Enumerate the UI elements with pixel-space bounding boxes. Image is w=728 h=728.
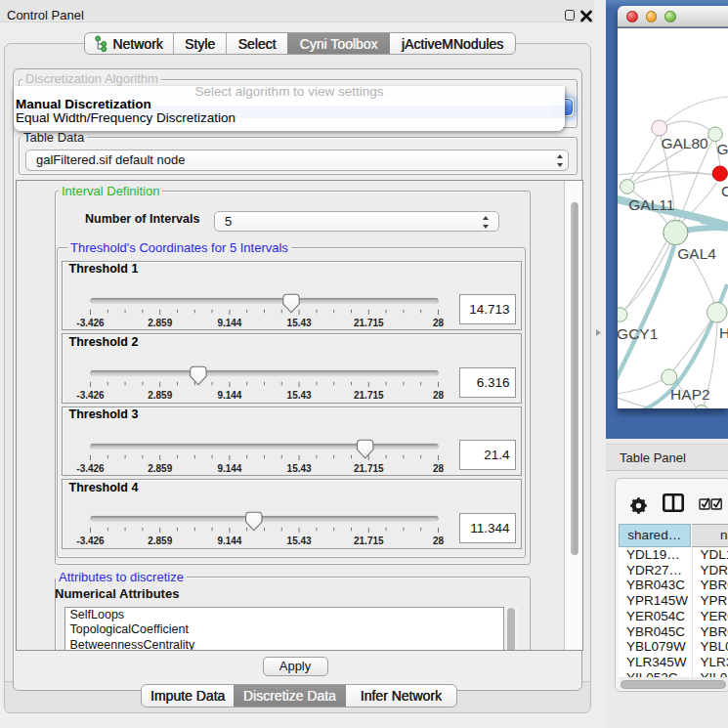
svg-text:2.859: 2.859 [148, 318, 172, 328]
svg-text:-3.426: -3.426 [76, 463, 105, 474]
svg-text:GA: GA [717, 141, 728, 157]
svg-text:28: 28 [432, 535, 444, 546]
svg-text:28: 28 [432, 318, 444, 328]
svg-text:GCY1: GCY1 [618, 325, 658, 342]
svg-text:15.43: 15.43 [286, 318, 311, 328]
svg-text:21.715: 21.715 [354, 390, 384, 401]
svg-text:15.43: 15.43 [286, 390, 311, 401]
svg-text:9.144: 9.144 [217, 318, 241, 328]
svg-text:HAP2: HAP2 [670, 385, 710, 402]
svg-text:9.144: 9.144 [217, 390, 241, 401]
svg-text:2.859: 2.859 [148, 535, 172, 546]
svg-text:2.859: 2.859 [148, 390, 172, 401]
svg-text:21.715: 21.715 [354, 318, 384, 328]
svg-text:15.43: 15.43 [286, 463, 311, 474]
svg-text:2.859: 2.859 [148, 463, 172, 474]
svg-text:28: 28 [432, 390, 444, 401]
svg-text:GAL11: GAL11 [628, 195, 674, 212]
svg-text:-3.426: -3.426 [76, 390, 105, 401]
svg-text:GAL4: GAL4 [677, 244, 716, 261]
svg-text:-3.426: -3.426 [76, 318, 105, 328]
svg-text:21.715: 21.715 [354, 535, 384, 546]
svg-text:15.43: 15.43 [286, 535, 311, 546]
svg-text:9.144: 9.144 [217, 463, 241, 474]
svg-text:-3.426: -3.426 [76, 535, 105, 546]
svg-text:21.715: 21.715 [354, 463, 384, 474]
svg-text:9.144: 9.144 [217, 535, 241, 546]
svg-text:C: C [721, 182, 728, 198]
svg-text:GAL80: GAL80 [661, 135, 708, 151]
svg-text:28: 28 [432, 463, 444, 474]
svg-text:H: H [719, 323, 728, 340]
